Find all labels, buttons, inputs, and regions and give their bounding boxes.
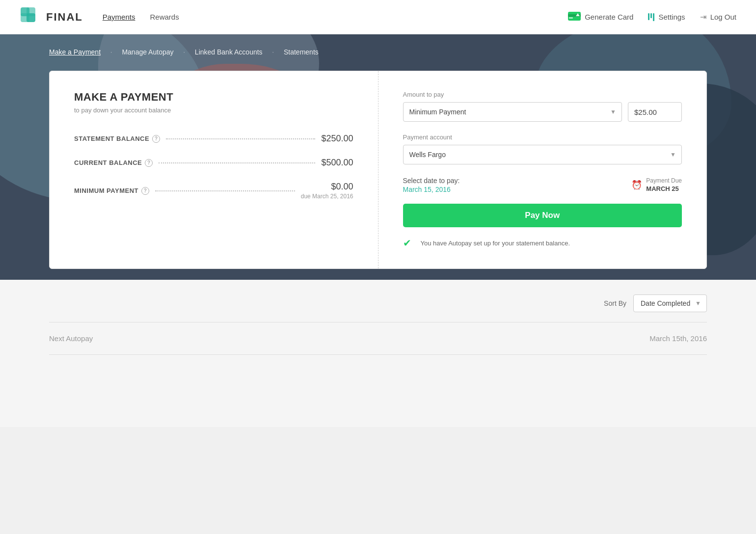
payment-left: MAKE A PAYMENT to pay down your account … [50, 71, 378, 268]
balance-dots-2 [159, 162, 315, 163]
date-row: Select date to pay: March 15, 2016 ⏰ Pay… [403, 176, 682, 194]
account-select-wrapper: Wells Fargo Chase Checking ▼ [403, 145, 682, 164]
sub-nav-statements[interactable]: Statements [284, 48, 319, 56]
current-balance-row: CURRENT BALANCE ? $500.00 [74, 158, 353, 168]
nav-rewards[interactable]: Rewards [150, 13, 179, 21]
sort-label: Sort By [604, 299, 626, 307]
autopay-row: ✔ You have Autopay set up for your state… [403, 237, 682, 249]
logout-icon: ⇥ [700, 12, 706, 22]
svg-rect-6 [569, 17, 573, 19]
generate-card-action[interactable]: Generate Card [568, 12, 633, 22]
statement-balance-amount: $250.00 [321, 134, 353, 144]
minimum-payment-help-icon[interactable]: ? [141, 187, 149, 195]
balance-dots-1 [166, 138, 315, 139]
statement-balance-help-icon[interactable]: ? [152, 135, 160, 143]
main-nav: Payments Rewards [103, 13, 568, 21]
date-label: Select date to pay: [403, 177, 460, 185]
next-autopay-row: Next Autopay March 15th, 2016 [49, 322, 707, 355]
sub-nav-dot-2: · [184, 49, 185, 55]
nav-payments[interactable]: Payments [103, 13, 135, 21]
date-link[interactable]: March 15, 2016 [403, 186, 451, 193]
minimum-payment-amount-group: $0.00 due March 25, 2016 [301, 182, 353, 200]
payment-card: MAKE A PAYMENT to pay down your account … [49, 71, 707, 269]
pay-now-button[interactable]: Pay Now [403, 204, 682, 227]
header-actions: Generate Card Settings ⇥ Log Out [568, 12, 736, 22]
account-select[interactable]: Wells Fargo Chase Checking [403, 145, 682, 164]
generate-card-label: Generate Card [585, 13, 633, 21]
payment-account-label: Payment account [403, 134, 682, 141]
generate-card-icon [568, 12, 581, 22]
minimum-payment-row: MINIMUM PAYMENT ? $0.00 due March 25, 20… [74, 182, 353, 200]
payment-title: MAKE A PAYMENT [74, 91, 353, 104]
sort-row: Sort By Date Completed Amount Status ▼ [49, 280, 707, 322]
next-autopay-label: Next Autopay [49, 334, 93, 343]
logout-label: Log Out [710, 13, 736, 21]
header: FINAL Payments Rewards Generate Card [0, 0, 756, 34]
statement-balance-label: STATEMENT BALANCE ? [74, 135, 160, 143]
statement-balance-row: STATEMENT BALANCE ? $250.00 [74, 134, 353, 144]
current-balance-label: CURRENT BALANCE ? [74, 159, 153, 167]
sub-nav-dot-1: · [110, 49, 112, 55]
logo-area: FINAL [20, 6, 83, 28]
settings-action[interactable]: Settings [648, 13, 685, 21]
sub-nav-make-payment[interactable]: Make a Payment [49, 48, 101, 56]
amount-input[interactable] [628, 102, 682, 122]
date-section: Select date to pay: March 15, 2016 [403, 176, 460, 194]
amount-select-wrapper: Minimum Payment Statement Balance Curren… [403, 102, 622, 122]
sort-select-wrapper: Date Completed Amount Status ▼ [633, 294, 707, 312]
sort-select[interactable]: Date Completed Amount Status [633, 294, 707, 312]
sub-nav-dot-3: · [272, 49, 274, 55]
logo-icon [20, 6, 41, 28]
svg-rect-3 [27, 13, 35, 22]
minimum-payment-amount: $0.00 [301, 182, 353, 192]
minimum-payment-subtext: due March 25, 2016 [301, 193, 353, 200]
due-text: Payment Due MARCH 25 [646, 177, 682, 194]
logout-action[interactable]: ⇥ Log Out [700, 12, 736, 22]
due-date: MARCH 25 [646, 185, 678, 192]
amount-select[interactable]: Minimum Payment Statement Balance Curren… [403, 102, 622, 122]
amount-label: Amount to pay [403, 91, 682, 98]
settings-label: Settings [658, 13, 685, 21]
sub-nav-manage-autopay[interactable]: Manage Autopay [122, 48, 173, 56]
autopay-text: You have Autopay set up for your stateme… [421, 240, 570, 247]
payment-right: Amount to pay Minimum Payment Statement … [378, 71, 707, 268]
payment-subtitle: to pay down your account balance [74, 107, 353, 114]
next-autopay-value: March 15th, 2016 [649, 334, 707, 343]
settings-icon [648, 13, 654, 21]
due-info: ⏰ Payment Due MARCH 25 [631, 177, 682, 194]
current-balance-amount-group: $500.00 [321, 158, 353, 168]
bottom-section: Sort By Date Completed Amount Status ▼ N… [0, 280, 756, 427]
current-balance-help-icon[interactable]: ? [145, 159, 153, 167]
statement-balance-amount-group: $250.00 [321, 134, 353, 144]
clock-icon: ⏰ [631, 180, 642, 190]
hero-section: Make a Payment · Manage Autopay · Linked… [0, 34, 756, 280]
logo-text: FINAL [46, 11, 83, 24]
sub-nav-linked-bank[interactable]: Linked Bank Accounts [195, 48, 263, 56]
current-balance-amount: $500.00 [321, 158, 353, 168]
sub-nav: Make a Payment · Manage Autopay · Linked… [0, 34, 756, 66]
minimum-payment-label: MINIMUM PAYMENT ? [74, 187, 149, 195]
checkmark-icon: ✔ [403, 237, 415, 249]
balance-dots-3 [155, 190, 295, 191]
amount-row: Minimum Payment Statement Balance Curren… [403, 102, 682, 122]
